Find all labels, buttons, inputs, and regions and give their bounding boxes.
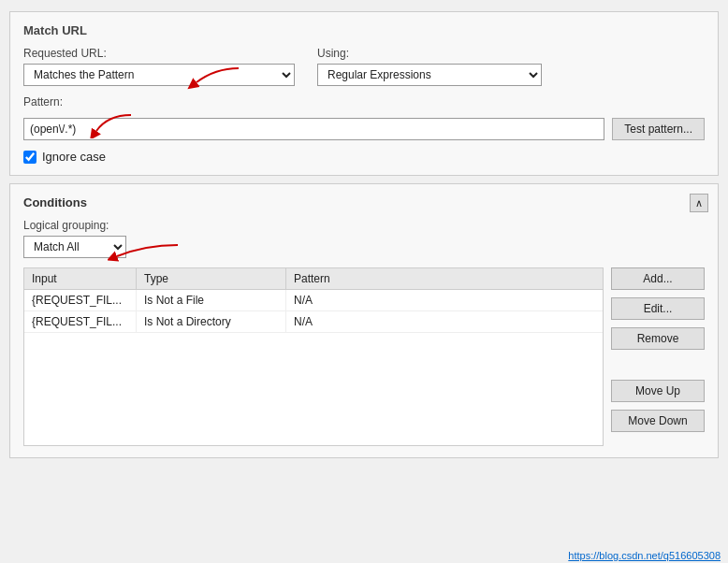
row2-input: {REQUEST_FIL...: [24, 311, 137, 332]
spacer: [611, 357, 705, 376]
row1-type: Is Not a File: [137, 290, 286, 310]
footer-url: https://blog.csdn.net/q516605308: [561, 548, 728, 563]
row1-input: {REQUEST_FIL...: [24, 290, 137, 310]
requested-url-group: Requested URL: Matches the Pattern: [23, 47, 295, 86]
using-select[interactable]: Regular Expressions: [317, 64, 542, 86]
logical-grouping-row: Logical grouping: Match All: [23, 219, 705, 258]
conditions-title: Conditions: [23, 195, 705, 209]
conditions-table: Input Type Pattern {REQUEST_FIL... Is No…: [23, 267, 604, 446]
using-group: Using: Regular Expressions: [317, 47, 542, 86]
match-url-panel: Match URL Requested URL: Matches the Pat…: [9, 11, 719, 176]
row1-pattern: N/A: [286, 290, 603, 310]
collapse-button[interactable]: ∧: [690, 194, 708, 212]
test-pattern-button[interactable]: Test pattern...: [612, 118, 705, 140]
row2-type: Is Not a Directory: [137, 311, 286, 332]
table-empty-area: [24, 333, 603, 445]
move-up-button[interactable]: Move Up: [611, 380, 705, 402]
col-type: Type: [137, 268, 286, 289]
col-input: Input: [24, 268, 137, 289]
pattern-input[interactable]: [23, 118, 604, 140]
table-row[interactable]: {REQUEST_FIL... Is Not a Directory N/A: [24, 311, 603, 333]
ignore-case-checkbox[interactable]: [23, 151, 36, 164]
ignore-case-row: Ignore case: [23, 150, 705, 164]
pattern-label: Pattern:: [23, 95, 705, 108]
table-row[interactable]: {REQUEST_FIL... Is Not a File N/A: [24, 290, 603, 311]
conditions-main: Input Type Pattern {REQUEST_FIL... Is No…: [23, 267, 705, 446]
logical-grouping-select[interactable]: Match All: [23, 236, 126, 258]
edit-button[interactable]: Edit...: [611, 297, 705, 320]
remove-button[interactable]: Remove: [611, 327, 705, 350]
table-header: Input Type Pattern: [24, 268, 603, 290]
row2-pattern: N/A: [286, 311, 603, 332]
add-button[interactable]: Add...: [611, 267, 705, 290]
col-pattern: Pattern: [286, 268, 603, 289]
ignore-case-label: Ignore case: [42, 150, 106, 164]
requested-url-select[interactable]: Matches the Pattern: [23, 64, 295, 86]
logical-grouping-label: Logical grouping:: [23, 219, 705, 232]
using-label: Using:: [317, 47, 542, 60]
match-url-title: Match URL: [23, 23, 705, 37]
move-down-button[interactable]: Move Down: [611, 410, 705, 432]
conditions-panel: Conditions ∧ Logical grouping: Match All: [9, 183, 719, 458]
requested-url-label: Requested URL:: [23, 47, 295, 60]
action-buttons: Add... Edit... Remove Move Up Move Down: [611, 267, 705, 446]
